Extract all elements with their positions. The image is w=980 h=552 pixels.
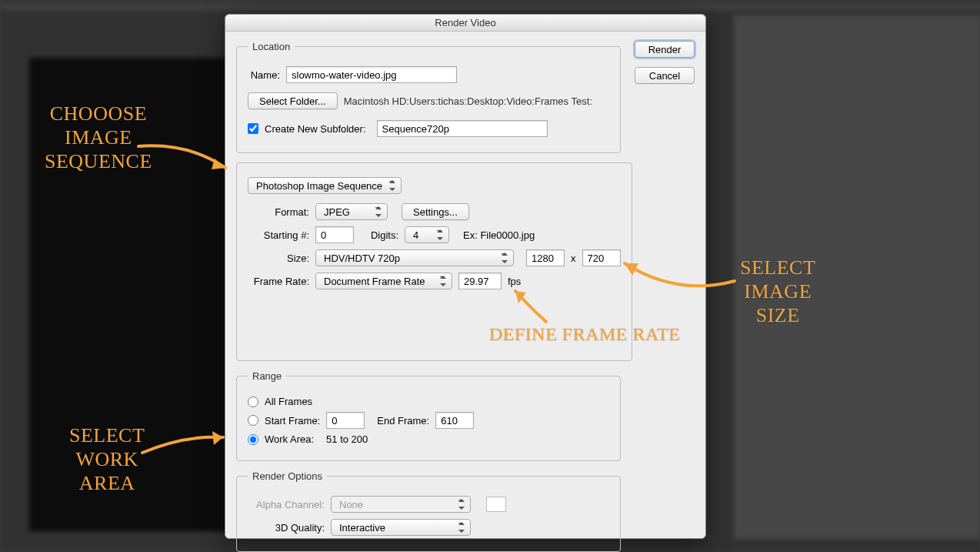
digits-label: Digits: xyxy=(360,229,398,241)
alpha-label: Alpha Channel: xyxy=(248,499,325,510)
range-legend: Range xyxy=(248,370,286,382)
size-preset-value: HDV/HDTV 720p xyxy=(324,253,400,264)
sequence-group: Photoshop Image Sequence Format: JPEG Se… xyxy=(236,162,632,361)
starting-input[interactable] xyxy=(315,226,354,243)
render-button[interactable]: Render xyxy=(635,41,695,58)
height-input[interactable] xyxy=(582,249,621,266)
example-text: Ex: File0000.jpg xyxy=(463,229,535,241)
name-input[interactable] xyxy=(286,66,457,83)
settings-button[interactable]: Settings... xyxy=(402,203,469,220)
size-select[interactable]: HDV/HDTV 720p xyxy=(315,249,514,266)
folder-path: Macintosh HD:Users:tichas:Desktop:Video:… xyxy=(344,95,592,107)
alpha-value: None xyxy=(339,499,363,510)
fps-label: fps xyxy=(508,276,521,287)
render-video-dialog: Render Video Render Cancel Location Name… xyxy=(225,14,706,539)
framerate-label: Frame Rate: xyxy=(248,276,309,287)
alpha-color-swatch xyxy=(486,497,506,512)
start-frame-input[interactable] xyxy=(326,412,365,429)
width-input[interactable] xyxy=(526,249,565,266)
all-frames-radio[interactable] xyxy=(248,396,258,407)
size-x: x xyxy=(571,253,576,264)
format-label: Format: xyxy=(248,206,309,218)
all-frames-label: All Frames xyxy=(265,396,312,407)
start-frame-label: Start Frame: xyxy=(265,415,320,427)
sequence-type-value: Photoshop Image Sequence xyxy=(256,180,382,192)
quality-value: Interactive xyxy=(339,522,385,534)
select-folder-button[interactable]: Select Folder... xyxy=(248,92,338,109)
alpha-select: None xyxy=(331,496,471,513)
digits-value: 4 xyxy=(413,229,418,241)
create-subfolder-checkbox[interactable] xyxy=(248,123,258,134)
range-group: Range All Frames Start Frame: End Frame:… xyxy=(236,370,621,461)
framerate-preset-value: Document Frame Rate xyxy=(324,276,425,287)
size-label: Size: xyxy=(248,253,309,264)
location-legend: Location xyxy=(248,41,295,52)
render-options-legend: Render Options xyxy=(248,470,327,482)
work-area-value: 51 to 200 xyxy=(326,433,368,445)
dialog-title: Render Video xyxy=(225,15,705,32)
sequence-type-select[interactable]: Photoshop Image Sequence xyxy=(248,177,402,194)
framerate-select[interactable]: Document Frame Rate xyxy=(315,273,452,289)
framerate-input[interactable] xyxy=(458,273,502,289)
format-value: JPEG xyxy=(324,206,350,218)
render-options-group: Render Options Alpha Channel: None 3D Qu… xyxy=(236,470,621,552)
end-frame-label: End Frame: xyxy=(377,415,429,427)
location-group: Location Name: Select Folder... Macintos… xyxy=(236,41,621,153)
cancel-button[interactable]: Cancel xyxy=(635,67,695,84)
digits-select[interactable]: 4 xyxy=(405,226,449,243)
create-subfolder-label: Create New Subfolder: xyxy=(265,123,366,135)
work-area-radio[interactable] xyxy=(248,434,258,445)
quality-label: 3D Quality: xyxy=(248,522,325,534)
format-select[interactable]: JPEG xyxy=(315,203,388,220)
subfolder-input[interactable] xyxy=(377,120,548,137)
work-area-label: Work Area: xyxy=(265,433,314,445)
end-frame-input[interactable] xyxy=(435,412,474,429)
quality-select[interactable]: Interactive xyxy=(331,519,471,536)
name-label: Name: xyxy=(248,69,280,81)
starting-label: Starting #: xyxy=(248,229,309,241)
start-frame-radio[interactable] xyxy=(248,415,258,426)
